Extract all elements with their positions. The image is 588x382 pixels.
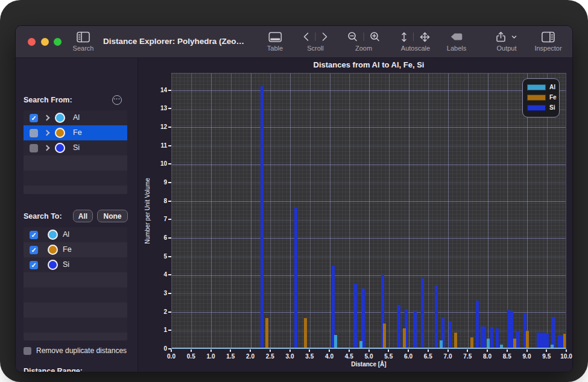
list-item-fe[interactable]: ✓Fe bbox=[24, 242, 127, 257]
y-tick bbox=[168, 90, 171, 91]
gridline bbox=[172, 331, 566, 331]
element-checkbox[interactable]: ✓ bbox=[30, 231, 38, 239]
toolbar-table-button[interactable]: Table bbox=[267, 30, 283, 52]
vertical-scale-icon[interactable] bbox=[400, 31, 408, 43]
toolbar-inspector-button[interactable]: Inspector bbox=[534, 30, 561, 52]
gridline bbox=[172, 201, 566, 202]
element-checkbox[interactable]: ✓ bbox=[30, 114, 38, 122]
gridline bbox=[172, 312, 566, 313]
list-item-si[interactable]: Si bbox=[24, 140, 127, 155]
list-item-si[interactable]: ✓Si bbox=[24, 257, 127, 272]
gridline bbox=[290, 74, 291, 348]
x-tick-label: 0.0 bbox=[162, 353, 180, 360]
x-tick bbox=[467, 349, 468, 352]
plot-area[interactable] bbox=[171, 73, 566, 349]
y-tick bbox=[168, 145, 171, 146]
toolbar-output-label: Output bbox=[496, 45, 516, 52]
close-window-button[interactable] bbox=[28, 38, 36, 46]
toolbar-output-button[interactable]: Output bbox=[496, 30, 517, 52]
zoom-window-button[interactable] bbox=[54, 38, 62, 46]
x-tick bbox=[309, 349, 310, 352]
element-checkbox[interactable] bbox=[30, 144, 38, 152]
bar-fe bbox=[304, 318, 307, 348]
x-tick bbox=[388, 349, 389, 352]
y-tick-label: 6 bbox=[154, 234, 167, 241]
sidebar: Search From: ··· ✓AlFeSi Search To: All … bbox=[16, 58, 138, 372]
list-item-empty bbox=[24, 318, 127, 333]
x-tick bbox=[447, 349, 449, 352]
list-item-empty bbox=[24, 186, 127, 194]
bar-si bbox=[397, 305, 400, 348]
toolbar-table-label: Table bbox=[267, 45, 283, 52]
disclosure-chevron-icon[interactable] bbox=[44, 130, 50, 136]
legend-entry-si: Si bbox=[527, 103, 559, 113]
gridline bbox=[231, 74, 232, 348]
y-tick-label: 3 bbox=[154, 290, 167, 296]
gridline bbox=[172, 220, 566, 221]
x-tick bbox=[408, 349, 409, 352]
separator bbox=[364, 33, 364, 41]
none-button[interactable]: None bbox=[97, 210, 128, 222]
x-tick-label: 6.5 bbox=[419, 353, 437, 360]
y-tick bbox=[168, 330, 171, 331]
distance-range-heading: Distance Range: bbox=[24, 367, 83, 372]
toolbar-search-button[interactable]: Search bbox=[73, 30, 94, 52]
scroll-right-icon[interactable] bbox=[321, 31, 329, 42]
gridline bbox=[409, 74, 409, 348]
x-tick bbox=[191, 349, 192, 352]
chart-title: Distances from Al to Al, Fe, Si bbox=[171, 60, 566, 69]
move-autoscale-icon[interactable] bbox=[419, 31, 431, 43]
gridline bbox=[172, 90, 566, 91]
bar-fe bbox=[526, 331, 529, 348]
bar-fe bbox=[470, 337, 473, 348]
x-tick bbox=[270, 349, 271, 352]
x-axis-label: Distance [Å] bbox=[171, 361, 566, 368]
x-tick bbox=[566, 349, 567, 352]
element-checkbox[interactable] bbox=[30, 129, 38, 137]
toolbar-autoscale-group[interactable]: Autoscale bbox=[400, 30, 431, 52]
legend: AlFeSi bbox=[522, 78, 560, 117]
list-item-fe[interactable]: Fe bbox=[24, 125, 127, 140]
disclosure-chevron-icon[interactable] bbox=[44, 114, 50, 121]
bar-al bbox=[500, 345, 503, 348]
minimize-window-button[interactable] bbox=[41, 38, 49, 46]
gridline bbox=[172, 146, 566, 146]
legend-label: Si bbox=[549, 104, 555, 111]
y-tick-label: 4 bbox=[154, 271, 167, 278]
toolbar-zoom-group[interactable]: Zoom bbox=[347, 30, 381, 52]
disclosure-chevron-icon[interactable] bbox=[44, 145, 50, 151]
bar-al bbox=[440, 340, 443, 348]
y-tick-label: 11 bbox=[154, 142, 167, 149]
list-item-al[interactable]: ✓Al bbox=[24, 227, 127, 242]
gridline bbox=[211, 74, 212, 348]
zoom-in-icon[interactable] bbox=[370, 31, 381, 42]
y-tick bbox=[168, 127, 171, 128]
remove-duplicates-checkbox[interactable] bbox=[24, 347, 31, 355]
bar-si bbox=[414, 311, 417, 348]
y-tick bbox=[168, 274, 171, 275]
search-panel-icon bbox=[76, 30, 90, 43]
y-axis-label: Number per Unit Volume bbox=[144, 178, 151, 244]
element-checkbox[interactable]: ✓ bbox=[30, 261, 38, 269]
list-item-empty bbox=[24, 171, 127, 186]
gridline bbox=[172, 257, 566, 257]
y-tick-label: 2 bbox=[154, 308, 167, 315]
bar-si bbox=[294, 208, 297, 348]
y-tick-label: 0 bbox=[154, 345, 167, 352]
bar-si bbox=[516, 331, 519, 348]
zoom-out-icon[interactable] bbox=[347, 31, 358, 42]
gridline bbox=[468, 74, 469, 348]
more-options-icon[interactable]: ··· bbox=[112, 95, 122, 105]
scroll-left-icon[interactable] bbox=[303, 31, 310, 42]
toolbar-labels-button[interactable]: Labels bbox=[447, 30, 466, 52]
x-tick-label: 8.0 bbox=[478, 353, 496, 360]
y-tick bbox=[168, 108, 171, 109]
bar-si bbox=[507, 310, 510, 348]
x-tick-label: 6.0 bbox=[399, 353, 417, 360]
all-button[interactable]: All bbox=[73, 210, 93, 222]
toolbar-scroll-group[interactable]: Scroll bbox=[303, 30, 329, 52]
list-item-al[interactable]: ✓Al bbox=[24, 110, 127, 125]
search-to-heading: Search To: bbox=[24, 212, 62, 221]
bar-si bbox=[483, 327, 486, 348]
element-checkbox[interactable]: ✓ bbox=[30, 246, 38, 254]
